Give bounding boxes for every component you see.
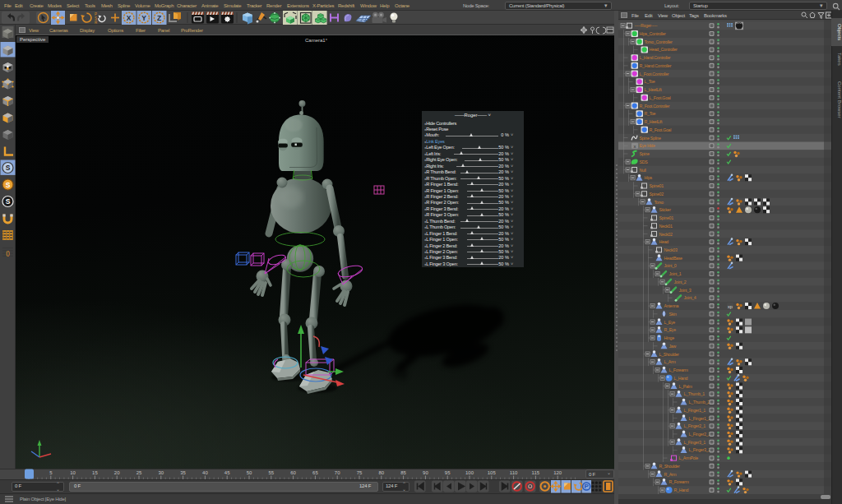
svg-text:L_Finger3_2: L_Finger3_2	[689, 447, 711, 452]
svg-text:L_Palm: L_Palm	[679, 384, 692, 389]
svg-text:Neck03: Neck03	[664, 247, 678, 252]
svg-text:-----Roger-----: -----Roger-----	[635, 23, 658, 28]
svg-text:HeadBase: HeadBase	[664, 256, 683, 261]
svg-text:R_Hand: R_Hand	[674, 488, 689, 492]
svg-text:95: 95	[445, 470, 451, 475]
svg-text:Head_Controller: Head_Controller	[650, 47, 678, 52]
svg-text:R_Shoulder: R_Shoulder	[659, 464, 680, 469]
svg-text:X: X	[127, 14, 132, 22]
svg-text:Spine: Spine	[640, 151, 650, 156]
svg-text:80: 80	[378, 470, 384, 475]
svg-text:Skin: Skin	[669, 312, 677, 317]
svg-text:R_HeelLift: R_HeelLift	[645, 119, 664, 124]
svg-text:P: P	[585, 483, 590, 490]
svg-text:R_Eye: R_Eye	[664, 327, 677, 332]
svg-text:S: S	[6, 181, 11, 189]
svg-text:105: 105	[488, 470, 497, 475]
svg-text:L_Arm: L_Arm	[664, 359, 676, 364]
svg-text:Torso: Torso	[655, 200, 664, 205]
svg-text:L_Finger1_2: L_Finger1_2	[689, 416, 711, 421]
svg-text:L_Thumb_1: L_Thumb_1	[684, 391, 706, 396]
svg-text:L_Eye: L_Eye	[664, 320, 676, 325]
svg-text:L_Foot.Goal: L_Foot.Goal	[650, 95, 671, 100]
svg-text:Z: Z	[157, 14, 161, 22]
svg-text:Antenna: Antenna	[664, 303, 679, 308]
svg-text:Sticker: Sticker	[659, 207, 672, 212]
svg-text:Joint_0: Joint_0	[664, 263, 677, 268]
svg-text:L_Finger2_2: L_Finger2_2	[689, 432, 711, 437]
svg-text:85: 85	[400, 470, 406, 475]
svg-text:45: 45	[224, 470, 230, 475]
svg-text:L_Thumb_2: L_Thumb_2	[689, 400, 710, 405]
svg-text:Spine01: Spine01	[650, 183, 664, 188]
svg-text:L_ArmPole: L_ArmPole	[679, 455, 699, 460]
svg-text:L_Forearm: L_Forearm	[669, 368, 688, 372]
svg-text:Neck01: Neck01	[659, 224, 673, 229]
svg-text:Head: Head	[659, 239, 669, 244]
svg-text:90: 90	[423, 470, 428, 475]
svg-text:Neck02: Neck02	[659, 232, 673, 237]
svg-text:20: 20	[114, 470, 120, 475]
svg-text:Spine Spline: Spine Spline	[640, 136, 661, 141]
svg-text:Y: Y	[141, 14, 146, 22]
svg-text:R_Arm: R_Arm	[664, 472, 677, 477]
svg-text:Torso_Controller: Torso_Controller	[645, 39, 673, 44]
svg-text:30: 30	[158, 470, 164, 475]
svg-text:L_Toe: L_Toe	[645, 79, 655, 84]
svg-text:15: 15	[92, 470, 98, 475]
svg-text:S: S	[6, 197, 11, 206]
svg-text:Joint_2: Joint_2	[674, 280, 687, 284]
svg-text:R_Toe: R_Toe	[645, 111, 656, 116]
svg-text:70: 70	[335, 470, 340, 475]
svg-text:Joint_4: Joint_4	[684, 295, 696, 300]
svg-text:115: 115	[532, 470, 540, 475]
svg-text:L_Finger2_1: L_Finger2_1	[684, 423, 706, 428]
svg-text:Hips: Hips	[645, 175, 653, 180]
svg-text:40: 40	[202, 470, 208, 475]
svg-text:Jaw: Jaw	[669, 344, 677, 349]
svg-text:(): ()	[6, 250, 10, 257]
svg-text:L_Shoulder: L_Shoulder	[659, 352, 680, 357]
svg-text:xp: xp	[728, 304, 733, 309]
svg-text:R_Forearm: R_Forearm	[669, 479, 689, 484]
svg-text:R_Foot.Goal: R_Foot.Goal	[650, 127, 672, 132]
svg-text:L_Finger3_1: L_Finger3_1	[684, 440, 706, 445]
svg-text:L_Hand.Controller: L_Hand.Controller	[640, 55, 671, 60]
svg-text:Joint_3: Joint_3	[679, 288, 692, 293]
svg-text:35: 35	[180, 470, 186, 475]
svg-text:Hips_Controller: Hips_Controller	[640, 31, 667, 36]
svg-text:60: 60	[290, 470, 296, 475]
svg-text:Null: Null	[640, 168, 646, 173]
svg-text:L_Finger1_1: L_Finger1_1	[684, 408, 706, 413]
svg-text:10: 10	[70, 470, 76, 475]
svg-text:120: 120	[553, 470, 562, 475]
svg-text:75: 75	[357, 470, 363, 475]
svg-text:Spine02: Spine02	[650, 192, 664, 197]
svg-text:L_Hand: L_Hand	[674, 376, 688, 381]
svg-text:SDS: SDS	[640, 160, 649, 164]
svg-text:x: x	[634, 144, 636, 149]
svg-text:S: S	[6, 164, 11, 172]
svg-text:Hinge: Hinge	[664, 335, 675, 340]
svg-text:L_HeelLift: L_HeelLift	[645, 87, 663, 92]
svg-text:65: 65	[312, 470, 318, 475]
svg-text:5: 5	[49, 470, 53, 475]
svg-text:L_Foot.Controller: L_Foot.Controller	[640, 72, 669, 76]
svg-text:100: 100	[465, 470, 474, 475]
svg-text:Joint_1: Joint_1	[669, 271, 682, 276]
svg-text:Spine01: Spine01	[659, 215, 674, 220]
svg-text:50: 50	[247, 470, 252, 475]
svg-text:Eye Hide: Eye Hide	[640, 143, 655, 148]
svg-text:25: 25	[136, 470, 142, 475]
svg-text:110: 110	[510, 470, 518, 475]
svg-text:R_Foot.Controller: R_Foot.Controller	[640, 104, 670, 109]
svg-text:R_Hand.Controller: R_Hand.Controller	[640, 63, 672, 68]
svg-text:55: 55	[268, 470, 274, 475]
